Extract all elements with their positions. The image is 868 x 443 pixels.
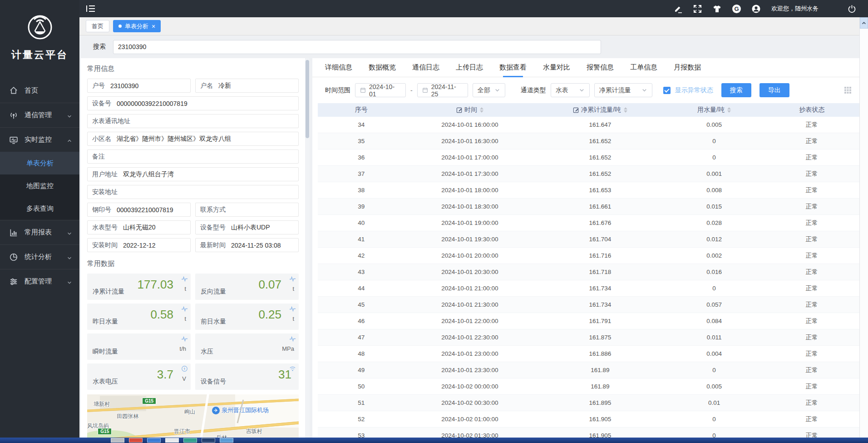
page-scrollbar[interactable] bbox=[859, 17, 868, 438]
map-place-label: 田园张林 bbox=[117, 413, 138, 420]
sidebar-item-3[interactable]: 常用报表 bbox=[0, 220, 79, 244]
search-button[interactable]: 搜索 bbox=[721, 83, 751, 97]
table-row: 432024-10-01 20:30:00161.7180.016正常 bbox=[318, 264, 861, 280]
avatar-icon[interactable] bbox=[752, 5, 760, 13]
cell-status: 正常 bbox=[763, 317, 861, 325]
logout-power-icon[interactable] bbox=[848, 5, 856, 13]
fullscreen-icon[interactable] bbox=[693, 5, 702, 13]
date-start-value: 2024-10-01 bbox=[369, 83, 401, 98]
tab-详细信息[interactable]: 详细信息 bbox=[325, 58, 352, 77]
cell-seq: 36 bbox=[318, 154, 404, 161]
cell-time: 2024-10-01 17:30:00 bbox=[404, 170, 535, 177]
sidebar-item-1[interactable]: 通信管理 bbox=[0, 103, 79, 127]
info-field-2: 设备号00000000392210007819 bbox=[87, 96, 299, 110]
sidebar-item-4[interactable]: 统计分析 bbox=[0, 244, 79, 269]
topbar-right: G 欢迎您，随州水务 bbox=[674, 5, 868, 13]
mini-map[interactable]: G15G15 塘新村田园张林峋山风坑岛屿晋江市后林吉坂村 ✈ 泉州晋江国际机场 bbox=[87, 394, 299, 443]
data-card-0: 净累计流量177.03t bbox=[87, 274, 191, 300]
export-button[interactable]: 导出 bbox=[760, 83, 789, 97]
tab-水量对比[interactable]: 水量对比 bbox=[543, 58, 570, 77]
airport-label: 泉州晋江国际机场 bbox=[222, 406, 269, 414]
field-label: 备注 bbox=[92, 153, 105, 161]
section-title-common-info: 常用信息 bbox=[87, 65, 299, 73]
channel-select[interactable]: 水表 bbox=[551, 83, 590, 97]
taskbar-window-tile[interactable] bbox=[147, 438, 161, 443]
tab-工单信息[interactable]: 工单信息 bbox=[630, 58, 657, 77]
cell-cumulative: 161.89 bbox=[535, 383, 665, 390]
date-end-input[interactable]: 2024-11-25 bbox=[417, 83, 468, 97]
taskbar-window-tile[interactable] bbox=[183, 438, 197, 443]
tab-数据概览[interactable]: 数据概览 bbox=[369, 58, 396, 77]
cell-usage: 0.057 bbox=[665, 301, 763, 308]
sidebar-item-5[interactable]: 配置管理 bbox=[0, 269, 79, 294]
left-panel-scrollbar[interactable] bbox=[305, 58, 310, 443]
sidebar-item-2[interactable]: 实时监控 bbox=[0, 127, 79, 152]
sort-desc-icon[interactable] bbox=[624, 110, 627, 113]
sidebar-item-0[interactable]: 首页 bbox=[0, 78, 79, 103]
tab-tag-home[interactable]: 首页 bbox=[86, 20, 109, 32]
taskbar-window-tile[interactable] bbox=[129, 438, 143, 443]
info-fields: 户号23100390户名冷新设备号00000000392210007819水表通… bbox=[87, 79, 299, 252]
cell-cumulative: 161.734 bbox=[535, 285, 665, 292]
g-badge-icon[interactable]: G bbox=[732, 5, 741, 13]
sort-caret-icon[interactable] bbox=[624, 107, 627, 113]
info-field-1: 户名冷新 bbox=[195, 79, 299, 93]
search-input[interactable] bbox=[113, 40, 601, 54]
edit-column-icon[interactable] bbox=[456, 107, 463, 113]
airport-poi[interactable]: ✈ 泉州晋江国际机场 bbox=[212, 406, 269, 414]
home-icon bbox=[9, 86, 18, 95]
sort-asc-icon[interactable] bbox=[480, 107, 483, 110]
detail-tabs: 详细信息数据概览通信日志上传日志数据查看水量对比报警信息工单信息月报数据 bbox=[312, 58, 866, 77]
tab-数据查看[interactable]: 数据查看 bbox=[499, 58, 527, 77]
cell-seq: 41 bbox=[318, 236, 404, 243]
abnormal-status-checkbox[interactable] bbox=[663, 87, 671, 94]
column-header-4: 抄表状态 bbox=[763, 106, 861, 114]
edit-icon[interactable] bbox=[674, 5, 682, 13]
close-tab-icon[interactable]: × bbox=[152, 23, 155, 30]
cell-cumulative: 161.791 bbox=[535, 318, 665, 324]
column-header-3[interactable]: 用水量/吨 bbox=[665, 106, 763, 114]
taskbar-window-tile[interactable] bbox=[202, 438, 215, 443]
sidebar-subitem-单表分析[interactable]: 单表分析 bbox=[0, 152, 79, 174]
tab-月报数据[interactable]: 月报数据 bbox=[674, 58, 701, 77]
cell-status: 正常 bbox=[763, 170, 861, 178]
card-label: 设备信号 bbox=[201, 378, 226, 386]
column-header-2[interactable]: 净累计流量/吨 bbox=[535, 106, 665, 114]
collapse-sidebar-icon[interactable] bbox=[86, 5, 96, 13]
cell-cumulative: 161.661 bbox=[535, 203, 665, 210]
taskbar-window-tile[interactable] bbox=[111, 438, 124, 443]
column-settings-grid-icon[interactable] bbox=[844, 86, 852, 94]
tab-tag-label: 单表分析 bbox=[125, 22, 148, 30]
tab-通信日志[interactable]: 通信日志 bbox=[412, 58, 439, 77]
tab-报警信息[interactable]: 报警信息 bbox=[587, 58, 614, 77]
metric-select[interactable]: 净累计流量 bbox=[594, 83, 652, 97]
chevron-down-icon bbox=[579, 87, 585, 93]
sort-desc-icon[interactable] bbox=[480, 110, 483, 113]
os-taskbar[interactable] bbox=[0, 438, 868, 443]
time-range-label: 时间范围 bbox=[325, 86, 350, 95]
sort-caret-icon[interactable] bbox=[727, 107, 731, 113]
cell-seq: 38 bbox=[318, 187, 404, 194]
scroll-up-button[interactable] bbox=[860, 17, 868, 29]
tab-tag-active[interactable]: 单表分析 × bbox=[113, 20, 161, 32]
cell-time: 2024-10-01 17:00:00 bbox=[404, 154, 535, 161]
column-header-1[interactable]: 时间 bbox=[404, 106, 535, 114]
card-unit: V bbox=[182, 375, 186, 382]
sidebar-subitem-地图监控[interactable]: 地图监控 bbox=[0, 174, 79, 197]
theme-shirt-icon[interactable] bbox=[713, 5, 721, 13]
taskbar-window-tile[interactable] bbox=[165, 438, 179, 443]
date-start-input[interactable]: 2024-10-01 bbox=[355, 83, 406, 97]
cell-usage: 0 bbox=[665, 138, 763, 144]
sort-desc-icon[interactable] bbox=[727, 110, 731, 113]
chevron-down-icon bbox=[67, 279, 72, 284]
sort-caret-icon[interactable] bbox=[480, 107, 483, 113]
sidebar-subitem-多表查询[interactable]: 多表查询 bbox=[0, 197, 79, 220]
cell-seq: 45 bbox=[318, 301, 404, 308]
edit-column-icon[interactable] bbox=[573, 107, 579, 113]
sort-asc-icon[interactable] bbox=[727, 107, 731, 110]
sort-asc-icon[interactable] bbox=[624, 107, 627, 110]
tab-上传日志[interactable]: 上传日志 bbox=[456, 58, 483, 77]
taskbar-window-tile[interactable] bbox=[220, 438, 233, 443]
left-panel-scrollbar-thumb[interactable] bbox=[306, 60, 309, 138]
granularity-select[interactable]: 全部 bbox=[473, 83, 505, 97]
